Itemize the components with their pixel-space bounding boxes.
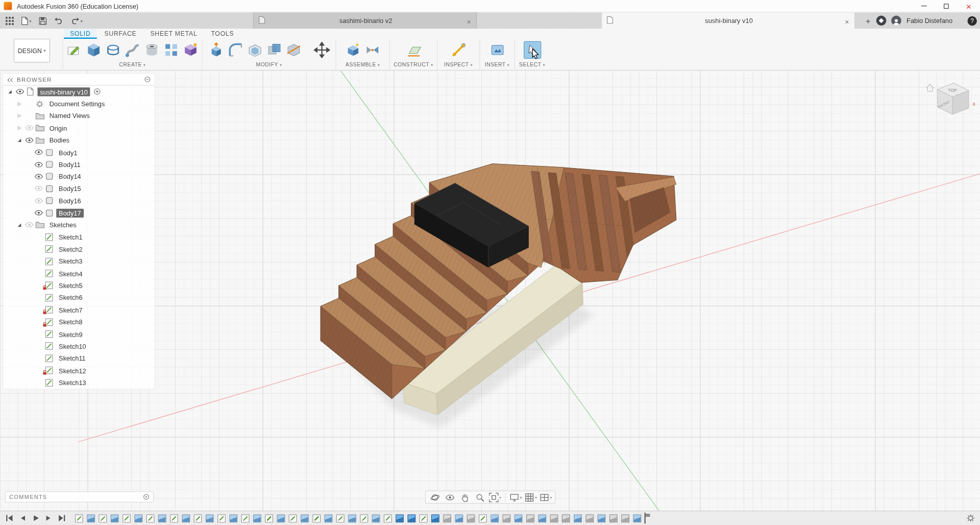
grid-settings-button[interactable] (524, 491, 537, 503)
viewcube[interactable]: TOP FRONT X (924, 78, 980, 125)
app-grid-menu-button[interactable] (6, 16, 14, 25)
tree-item-label[interactable]: Sketch11 (56, 354, 88, 363)
timeline-item-32-boolean[interactable] (443, 514, 451, 522)
user-avatar[interactable] (892, 16, 902, 26)
workspace-tab-surface[interactable]: SURFACE (98, 29, 142, 39)
viewports-button[interactable] (539, 491, 553, 503)
timeline-item-43-extrude[interactable] (574, 514, 582, 522)
press-pull-button[interactable] (208, 41, 225, 58)
minimize-button[interactable] (913, 0, 935, 12)
timeline-item-5-sketch[interactable] (122, 514, 131, 522)
timeline-item-6-extrude[interactable] (134, 514, 142, 522)
timeline-item-13-sketch[interactable] (217, 514, 226, 522)
workspace-tab-solid[interactable]: SOLID (64, 29, 97, 39)
tab-close-button[interactable] (845, 15, 849, 26)
timeline-item-26-extrude[interactable] (372, 514, 380, 522)
timeline-item-17-sketch[interactable] (265, 514, 273, 522)
browser-row-sketch11[interactable]: Sketch11 (3, 352, 154, 365)
browser-row-sketch13[interactable]: Sketch13 (3, 376, 154, 389)
document-tab-sushi-binary-v10[interactable]: sushi-binary v10 (602, 12, 854, 29)
timeline-item-33-extrude[interactable] (455, 514, 463, 522)
group-label-inspect[interactable]: INSPECT (444, 61, 473, 67)
visibility-eye-icon[interactable] (33, 210, 44, 216)
redo-button[interactable] (70, 17, 82, 25)
workspace-tab-sheet-metal[interactable]: SHEET METAL (144, 29, 203, 39)
new-component-button[interactable] (345, 41, 362, 58)
expand-icon[interactable]: ▷ (15, 113, 23, 118)
timeline-item-1-sketch[interactable] (75, 514, 83, 522)
visibility-eye-icon[interactable] (24, 137, 35, 143)
revolve-button[interactable] (104, 41, 121, 58)
activate-component-icon[interactable] (94, 88, 101, 95)
timeline-item-11-sketch[interactable] (194, 514, 202, 522)
visibility-eye-icon[interactable] (33, 186, 44, 192)
group-label-select[interactable]: SELECT (519, 61, 545, 67)
tree-item-label[interactable]: Sketch9 (56, 330, 85, 339)
tree-item-label[interactable]: Body11 (56, 160, 83, 169)
tree-item-label[interactable]: Sketch8 (56, 318, 85, 326)
combine-button[interactable] (265, 41, 283, 58)
tree-item-label[interactable]: Document Settings (47, 100, 107, 108)
browser-row-body14[interactable]: Body14 (3, 171, 154, 183)
close-button[interactable] (958, 0, 980, 12)
pattern-button[interactable] (162, 41, 180, 58)
browser-row-body16[interactable]: Body16 (3, 195, 154, 207)
timeline-item-29-extrude-blue[interactable] (407, 514, 415, 522)
browser-row-named-views[interactable]: ▷Named Views (3, 110, 154, 122)
tree-item-label[interactable]: Sketch5 (56, 281, 85, 290)
viewcube-home-icon[interactable] (926, 84, 934, 91)
shell-button[interactable] (246, 41, 263, 58)
browser-row-sketch10[interactable]: Sketch10 (3, 340, 154, 352)
visibility-eye-icon[interactable] (14, 89, 25, 94)
timeline-item-23-sketch[interactable] (336, 514, 345, 522)
hole-button[interactable] (143, 41, 160, 58)
file-menu-button[interactable] (21, 16, 32, 25)
timeline-item-27-sketch[interactable] (384, 514, 392, 522)
visibility-eye-icon[interactable] (24, 125, 35, 131)
workspace-switcher-button[interactable]: DESIGN (14, 39, 50, 63)
browser-row-body15[interactable]: Body15 (3, 183, 154, 195)
document-tab-sashimi-binario-v2[interactable]: sashimi-binario v2 (253, 12, 477, 29)
browser-row-body17[interactable]: Body17 (3, 207, 154, 219)
tree-item-label[interactable]: Body15 (56, 184, 83, 193)
tree-item-label[interactable]: Body14 (56, 172, 83, 181)
browser-row-sketches[interactable]: ◢Sketches (3, 219, 154, 231)
browser-row-origin[interactable]: ▷Origin (3, 122, 154, 134)
tree-item-label[interactable]: Sketch7 (56, 305, 85, 314)
timeline-item-45-extrude[interactable] (598, 514, 606, 522)
tree-item-label[interactable]: Named Views (47, 111, 92, 120)
timeline-item-46-boolean[interactable] (609, 514, 618, 522)
measure-button[interactable] (450, 41, 467, 58)
maximize-button[interactable] (935, 0, 958, 12)
collapse-icon[interactable]: ◢ (15, 223, 23, 228)
timeline-item-39-boolean[interactable] (526, 514, 534, 522)
browser-row-sketch8[interactable]: Sketch8 (3, 316, 154, 328)
tree-item-label[interactable]: Body17 (56, 208, 83, 217)
visibility-eye-icon[interactable] (33, 198, 44, 204)
joint-button[interactable] (364, 41, 381, 58)
tree-item-label[interactable]: Sketches (47, 221, 79, 229)
comments-expand-icon[interactable] (143, 491, 149, 503)
timeline-item-18-extrude[interactable] (277, 514, 285, 522)
timeline-item-28-extrude-blue[interactable] (396, 514, 404, 522)
tree-item-label[interactable]: Sketch4 (56, 269, 85, 278)
tab-close-button[interactable] (467, 15, 471, 26)
tree-item-label[interactable]: Sketch2 (56, 245, 85, 253)
group-label-modify[interactable]: MODIFY (256, 61, 282, 67)
visibility-eye-icon[interactable] (24, 222, 35, 228)
collapse-icon[interactable]: ◢ (15, 138, 23, 143)
tree-item-label[interactable]: Origin (47, 124, 69, 132)
timeline-item-38-extrude[interactable] (514, 514, 523, 522)
undo-button[interactable] (55, 17, 63, 25)
tree-item-label[interactable]: Body1 (56, 148, 80, 157)
timeline-item-48-extrude[interactable] (633, 514, 641, 522)
browser-row-sushi-binary-v10[interactable]: ◢sushi-binary v10 (3, 86, 154, 98)
sweep-button[interactable] (124, 41, 141, 58)
user-name[interactable]: Fabio Distefano (906, 17, 952, 25)
group-label-create[interactable]: CREATE (119, 61, 146, 67)
timeline-item-20-extrude[interactable] (301, 514, 309, 522)
workspace-tab-tools[interactable]: TOOLS (205, 29, 240, 39)
timeline-item-16-extrude[interactable] (253, 514, 261, 522)
browser-row-sketch12[interactable]: Sketch12 (3, 364, 154, 376)
timeline-item-3-sketch[interactable] (99, 514, 107, 522)
